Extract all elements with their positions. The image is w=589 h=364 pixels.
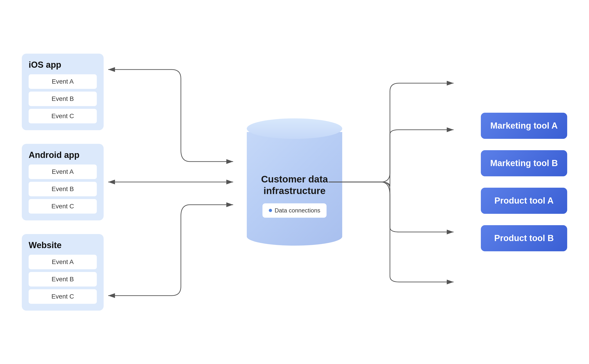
diagram: iOS app Event A Event B Event C Android … [22,23,567,341]
right-tools: Marketing tool A Marketing tool B Produc… [481,113,567,251]
dot-icon [269,209,272,212]
tool-product-a-label: Product tool A [494,196,554,206]
event-item: Event A [29,255,97,269]
data-connections-label: Data connections [275,207,320,214]
tool-marketing-b: Marketing tool B [481,150,567,176]
cylinder-top [247,118,342,139]
connector-ios-to-center [108,70,233,162]
data-connections-pill: Data connections [262,203,327,218]
source-android-app: Android app Event A Event B Event C [22,144,104,221]
event-item: Event C [29,289,97,304]
tool-product-a: Product tool A [481,188,567,214]
cylinder-body: Customer data infrastructure Data connec… [247,132,342,246]
source-website: Website Event A Event B Event C [22,234,104,311]
event-item: Event A [29,74,97,89]
event-item: Event B [29,272,97,286]
tool-marketing-a: Marketing tool A [481,113,567,139]
cylinder: Customer data infrastructure Data connec… [247,118,342,246]
left-sources: iOS app Event A Event B Event C Android … [22,54,108,311]
center-cdi: Customer data infrastructure Data connec… [238,118,351,246]
tool-product-b: Product tool B [481,225,567,251]
connector-website-to-center [108,205,233,296]
event-item: Event A [29,164,97,179]
event-item: Event C [29,109,97,123]
event-item: Event B [29,182,97,196]
cdi-title: Customer data infrastructure [261,174,328,196]
tool-marketing-a-label: Marketing tool A [490,121,558,131]
tool-product-b-label: Product tool B [494,233,554,243]
source-ios-app-title: iOS app [29,60,97,70]
source-android-app-title: Android app [29,150,97,160]
event-item: Event B [29,91,97,106]
event-item: Event C [29,199,97,214]
source-ios-app: iOS app Event A Event B Event C [22,54,104,130]
tool-marketing-b-label: Marketing tool B [490,158,558,168]
source-website-title: Website [29,240,97,250]
